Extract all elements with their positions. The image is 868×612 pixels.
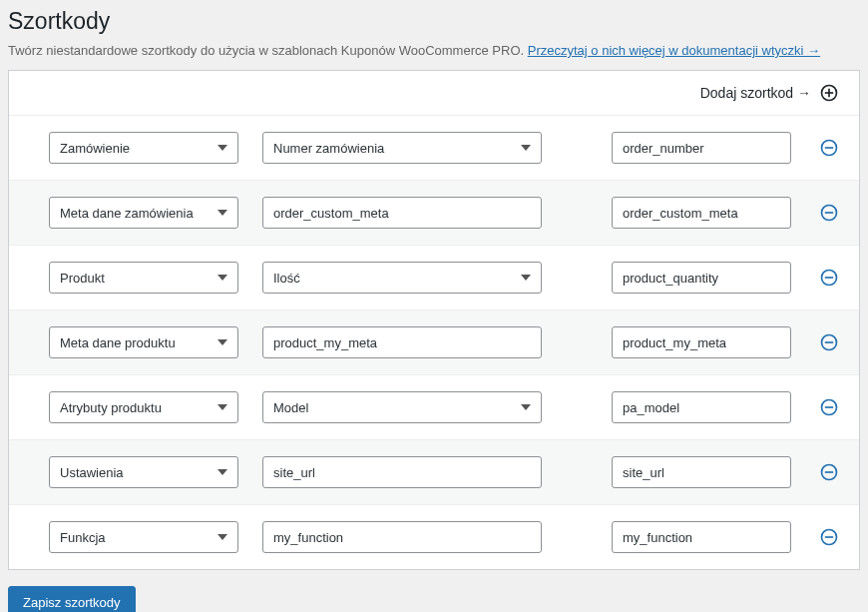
- shortcode-name-input[interactable]: [612, 197, 791, 229]
- type-select[interactable]: Meta dane produktu: [49, 326, 238, 358]
- remove-circle-icon[interactable]: [819, 203, 839, 223]
- subtype-input[interactable]: [262, 197, 542, 229]
- page-title: Szortkody: [8, 8, 860, 35]
- type-select[interactable]: Meta dane zamówienia: [49, 197, 238, 229]
- remove-circle-icon[interactable]: [819, 138, 839, 158]
- page-description: Twórz niestandardowe szortkody do użycia…: [8, 43, 860, 58]
- remove-circle-icon[interactable]: [819, 332, 839, 352]
- type-select[interactable]: Ustawienia: [49, 456, 238, 488]
- type-select[interactable]: Funkcja: [49, 521, 238, 553]
- shortcode-row: Meta dane produktu: [9, 310, 859, 375]
- save-button[interactable]: Zapisz szortkody: [8, 586, 136, 612]
- shortcode-row: Funkcja: [9, 505, 859, 569]
- shortcode-name-input[interactable]: [612, 326, 791, 358]
- subtype-select[interactable]: Ilość: [262, 262, 542, 294]
- subtype-input[interactable]: [262, 521, 542, 553]
- add-shortcode-row: Dodaj szortkod →: [9, 71, 859, 116]
- shortcode-row: Meta dane zamówienia: [9, 181, 859, 246]
- shortcode-name-input[interactable]: [612, 262, 791, 294]
- subtype-select[interactable]: Numer zamówienia: [262, 132, 542, 164]
- type-select[interactable]: Produkt: [49, 262, 238, 294]
- subtype-select[interactable]: Model: [262, 391, 542, 423]
- shortcode-name-input[interactable]: [612, 391, 791, 423]
- docs-link[interactable]: Przeczytaj o nich więcej w dokumentacji …: [528, 43, 820, 58]
- add-circle-icon[interactable]: [819, 83, 839, 103]
- subtype-input[interactable]: [262, 456, 542, 488]
- shortcode-row: ProduktIlość: [9, 246, 859, 310]
- shortcode-name-input[interactable]: [612, 132, 791, 164]
- shortcode-row: Atrybuty produktuModel: [9, 375, 859, 440]
- remove-circle-icon[interactable]: [819, 268, 839, 288]
- shortcode-name-input[interactable]: [612, 521, 791, 553]
- description-text: Twórz niestandardowe szortkody do użycia…: [8, 43, 528, 58]
- add-shortcode-label: Dodaj szortkod →: [700, 85, 811, 101]
- type-select[interactable]: Atrybuty produktu: [49, 391, 238, 423]
- type-select[interactable]: Zamówienie: [49, 132, 238, 164]
- subtype-input[interactable]: [262, 326, 542, 358]
- remove-circle-icon[interactable]: [819, 397, 839, 417]
- remove-circle-icon[interactable]: [819, 527, 839, 547]
- shortcode-row: Ustawienia: [9, 440, 859, 505]
- shortcodes-panel: Dodaj szortkod → ZamówienieNumer zamówie…: [8, 70, 860, 570]
- shortcode-name-input[interactable]: [612, 456, 791, 488]
- shortcode-row: ZamówienieNumer zamówienia: [9, 116, 859, 181]
- remove-circle-icon[interactable]: [819, 462, 839, 482]
